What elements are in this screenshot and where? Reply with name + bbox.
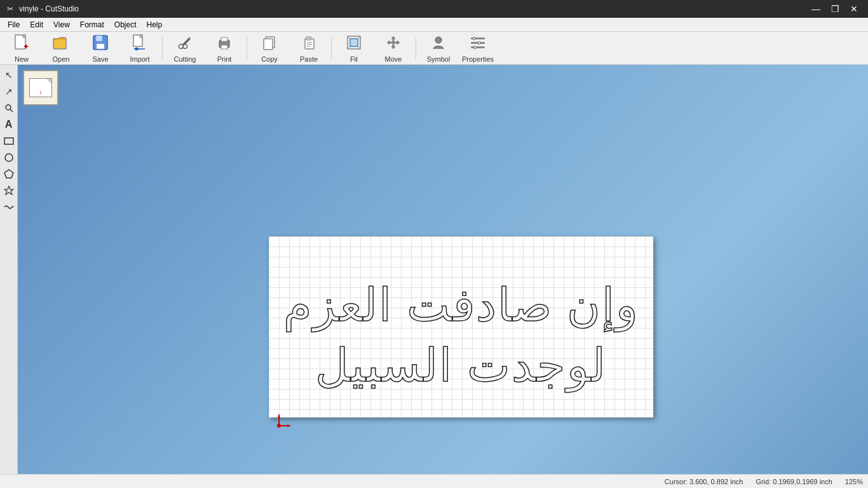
node-tool[interactable]: ↗ bbox=[1, 84, 17, 99]
copy-label: Copy bbox=[261, 55, 278, 63]
app-icon: ✂ bbox=[5, 4, 15, 14]
svg-rect-40 bbox=[4, 138, 13, 144]
grid-info: Grid: 0.1969,0.1969 inch bbox=[756, 478, 832, 485]
paste-label: Paste bbox=[300, 55, 318, 63]
canvas-area[interactable]: ↓ وإن صادفت العزم لوجدت السبيل bbox=[18, 65, 868, 474]
close-button[interactable]: ✕ bbox=[845, 3, 863, 15]
paste-icon bbox=[300, 34, 318, 54]
svg-point-36 bbox=[478, 41, 480, 44]
svg-rect-21 bbox=[306, 37, 311, 40]
svg-rect-15 bbox=[221, 37, 227, 41]
zoom-level: 125% bbox=[845, 478, 863, 485]
cutting-button[interactable]: Cutting bbox=[166, 34, 204, 63]
left-toolbar: ↖ ↗ A bbox=[0, 65, 18, 474]
menu-help[interactable]: Help bbox=[142, 19, 168, 30]
import-label: Import bbox=[130, 55, 149, 63]
origin-svg bbox=[275, 414, 292, 428]
menu-file[interactable]: File bbox=[3, 19, 25, 30]
fit-icon bbox=[345, 34, 363, 54]
separator-2 bbox=[247, 37, 247, 60]
svg-rect-4 bbox=[53, 39, 66, 49]
symbol-icon bbox=[430, 34, 447, 54]
print-icon bbox=[215, 34, 233, 54]
svg-marker-42 bbox=[4, 170, 13, 178]
separator-4 bbox=[416, 37, 416, 60]
new-icon bbox=[13, 34, 31, 54]
svg-point-31 bbox=[435, 37, 442, 43]
select-tool[interactable]: ↖ bbox=[1, 67, 17, 83]
svg-marker-49 bbox=[287, 424, 290, 427]
thumb-arrow: ↓ bbox=[39, 88, 43, 95]
status-bar: Cursor: 3.600, 0.892 inch Grid: 0.1969,0… bbox=[0, 474, 868, 488]
separator-1 bbox=[162, 37, 163, 60]
arabic-text-svg: وإن صادفت العزم لوجدت السبيل bbox=[283, 245, 639, 410]
svg-rect-17 bbox=[229, 41, 230, 43]
thumb-inner: ↓ bbox=[29, 78, 52, 97]
menu-view[interactable]: View bbox=[48, 19, 75, 30]
menu-bar: File Edit View Format Object Help bbox=[0, 18, 868, 32]
title-bar: ✂ vinyle - CutStudio — ❐ ✕ bbox=[0, 0, 868, 18]
document-thumbnail[interactable]: ↓ bbox=[23, 70, 58, 105]
save-icon bbox=[92, 34, 109, 54]
print-button[interactable]: Print bbox=[205, 34, 243, 63]
menu-edit[interactable]: Edit bbox=[25, 19, 48, 30]
move-icon bbox=[384, 34, 402, 54]
star-tool[interactable] bbox=[1, 183, 17, 198]
print-label: Print bbox=[217, 55, 232, 63]
circle-tool[interactable] bbox=[1, 150, 17, 165]
save-button[interactable]: Save bbox=[81, 34, 119, 63]
svg-point-50 bbox=[277, 424, 281, 428]
svg-point-41 bbox=[5, 154, 13, 161]
save-label: Save bbox=[92, 55, 108, 63]
open-icon bbox=[52, 34, 70, 54]
origin-marker bbox=[275, 414, 292, 430]
design-canvas: وإن صادفت العزم لوجدت السبيل bbox=[269, 236, 653, 417]
move-label: Move bbox=[385, 55, 402, 63]
rect-tool[interactable] bbox=[1, 133, 17, 149]
svg-rect-16 bbox=[221, 45, 227, 49]
svg-line-13 bbox=[184, 39, 190, 45]
open-label: Open bbox=[53, 55, 70, 63]
svg-text:لوجدت السبيل: لوجدت السبيل bbox=[315, 340, 607, 393]
main-area: ↖ ↗ A bbox=[0, 65, 868, 474]
properties-icon bbox=[469, 34, 487, 54]
svg-rect-22 bbox=[307, 42, 312, 43]
status-bar-right: Cursor: 3.600, 0.892 inch Grid: 0.1969,0… bbox=[665, 478, 863, 485]
svg-rect-26 bbox=[350, 39, 358, 46]
menu-format[interactable]: Format bbox=[75, 19, 109, 30]
arabic-text-container: وإن صادفت العزم لوجدت السبيل bbox=[269, 236, 653, 417]
move-button[interactable]: Move bbox=[374, 34, 412, 63]
svg-rect-7 bbox=[97, 44, 104, 49]
cursor-position: Cursor: 3.600, 0.892 inch bbox=[665, 478, 743, 485]
wave-tool[interactable] bbox=[1, 200, 17, 215]
copy-icon bbox=[261, 34, 278, 54]
paste-button[interactable]: Paste bbox=[290, 34, 328, 63]
svg-point-35 bbox=[473, 37, 475, 39]
properties-button[interactable]: Properties bbox=[459, 34, 497, 63]
properties-label: Properties bbox=[462, 55, 494, 63]
cutting-icon bbox=[176, 34, 194, 54]
pentagon-tool[interactable] bbox=[1, 166, 17, 182]
svg-rect-34 bbox=[471, 46, 485, 48]
svg-line-39 bbox=[10, 109, 13, 112]
fit-button[interactable]: Fit bbox=[335, 34, 373, 63]
zoom-tool[interactable] bbox=[1, 100, 17, 116]
symbol-button[interactable]: Symbol bbox=[419, 34, 458, 63]
import-icon bbox=[131, 34, 149, 54]
title-bar-controls: — ❐ ✕ bbox=[807, 3, 863, 15]
minimize-button[interactable]: — bbox=[807, 3, 825, 15]
text-tool[interactable]: A bbox=[1, 117, 17, 132]
menu-object[interactable]: Object bbox=[109, 19, 142, 30]
svg-point-37 bbox=[474, 46, 477, 48]
maximize-button[interactable]: ❐ bbox=[826, 3, 844, 15]
svg-rect-6 bbox=[96, 36, 102, 41]
open-button[interactable]: Open bbox=[42, 34, 80, 63]
new-button[interactable]: New bbox=[3, 34, 41, 63]
svg-rect-23 bbox=[307, 44, 312, 45]
toolbar: New Open Save Imp bbox=[0, 32, 868, 65]
copy-button[interactable]: Copy bbox=[250, 34, 288, 63]
svg-text:وإن صادفت العزم: وإن صادفت العزم bbox=[283, 280, 639, 332]
import-button[interactable]: Import bbox=[121, 34, 159, 63]
svg-rect-24 bbox=[307, 46, 310, 47]
new-label: New bbox=[15, 55, 29, 63]
